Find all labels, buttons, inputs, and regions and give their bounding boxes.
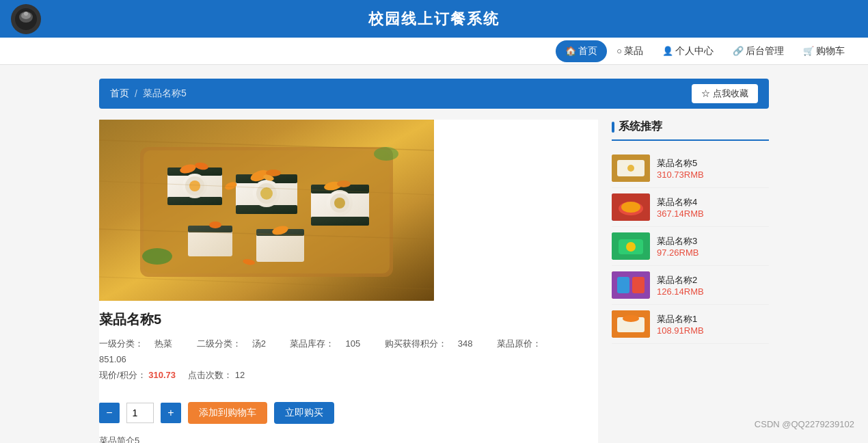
dishes-icon: ○ (616, 46, 622, 56)
nav-cart[interactable]: 🛒 购物车 (794, 38, 854, 65)
quantity-decrease-button[interactable]: − (99, 403, 120, 423)
svg-point-54 (621, 202, 640, 213)
rec-item[interactable]: 菜品名称4 367.14RMB (612, 188, 769, 227)
nav-dishes[interactable]: ○ 菜品 (607, 38, 653, 65)
rec-thumb (612, 193, 650, 221)
main-content: 首页 / 菜品名称5 ☆ 点我收藏 (92, 79, 776, 443)
admin-icon: 🔗 (733, 46, 744, 56)
rec-title-bar (612, 122, 614, 133)
rec-name: 菜品名称2 (657, 274, 704, 286)
product-detail: 菜品名称5 一级分类：热菜 二级分类：汤2 菜品库存：105 购买获得积分：34… (99, 120, 598, 443)
svg-point-64 (623, 315, 639, 322)
rec-info: 菜品名称4 367.14RMB (657, 196, 704, 219)
svg-point-42 (142, 248, 172, 265)
breadcrumb-current: 菜品名称5 (143, 88, 187, 100)
buy-now-button[interactable]: 立即购买 (274, 402, 334, 424)
rec-price: 367.14RMB (657, 209, 704, 219)
svg-point-57 (626, 242, 636, 252)
product-price-row: 现价/积分： 310.73 点击次数： 12 (99, 369, 598, 381)
product-description: 菜品简介5 (99, 435, 598, 443)
quantity-increase-button[interactable]: + (161, 403, 181, 423)
rec-price: 108.91RMB (657, 325, 704, 336)
rec-thumb (612, 271, 650, 299)
breadcrumb-separator: / (135, 88, 137, 99)
rec-price: 126.14RMB (657, 286, 704, 297)
rec-item[interactable]: 菜品名称1 108.91RMB (612, 305, 769, 344)
rec-name: 菜品名称5 (657, 157, 704, 170)
svg-point-30 (334, 198, 345, 209)
svg-point-13 (189, 180, 200, 191)
product-name: 菜品名称5 (99, 310, 598, 329)
nav-profile[interactable]: 👤 个人中心 (653, 38, 723, 65)
rec-name: 菜品名称1 (657, 313, 704, 325)
current-price: 310.73 (148, 370, 176, 380)
category1-label: 一级分类：热菜 (99, 338, 183, 349)
rec-info: 菜品名称3 97.26RMB (657, 235, 699, 258)
svg-point-21 (260, 187, 273, 200)
product-meta: 一级分类：热菜 二级分类：汤2 菜品库存：105 购买获得积分：348 菜品原价… (99, 336, 598, 368)
rec-list: 菜品名称5 310.73RMB 菜品名称4 367.14RMB 菜品名称3 (612, 149, 769, 344)
home-icon: 🏠 (565, 46, 576, 56)
header-logo (11, 4, 41, 34)
svg-point-37 (209, 222, 221, 228)
favorite-button[interactable]: ☆ 点我收藏 (692, 84, 758, 103)
recommendations: 系统推荐 菜品名称5 310.73RMB 菜品名称4 367.14RMB (612, 120, 769, 443)
svg-rect-59 (617, 277, 629, 293)
rec-thumb (612, 310, 650, 338)
header: 校园线上订餐系统 (0, 0, 868, 38)
svg-rect-27 (311, 217, 369, 226)
rec-price: 310.73RMB (657, 170, 704, 180)
rec-info: 菜品名称2 126.14RMB (657, 274, 704, 297)
breadcrumb-bar: 首页 / 菜品名称5 ☆ 点我收藏 (99, 79, 769, 109)
action-row: − + 添加到购物车 立即购买 (99, 402, 598, 424)
svg-point-32 (337, 180, 351, 187)
nav-admin[interactable]: 🔗 后台管理 (723, 38, 794, 65)
stock-label: 菜品库存：105 (290, 338, 371, 349)
svg-point-51 (627, 165, 634, 172)
product-image (99, 120, 434, 301)
category2-label: 二级分类：汤2 (197, 338, 277, 349)
cart-icon: 🛒 (803, 46, 814, 56)
rec-name: 菜品名称4 (657, 196, 704, 209)
breadcrumb-home[interactable]: 首页 (110, 88, 129, 100)
points-earn-label: 购买获得积分：348 (385, 338, 484, 349)
sushi-image (99, 120, 434, 301)
svg-rect-60 (632, 277, 645, 293)
rec-item[interactable]: 菜品名称5 310.73RMB (612, 149, 769, 188)
breadcrumb: 首页 / 菜品名称5 (110, 88, 187, 100)
product-info: 菜品名称5 一级分类：热菜 二级分类：汤2 菜品库存：105 购买获得积分：34… (99, 301, 598, 388)
rec-title: 系统推荐 (612, 120, 769, 141)
quantity-input[interactable] (126, 403, 154, 423)
rec-name: 菜品名称3 (657, 235, 699, 247)
rec-info: 菜品名称5 310.73RMB (657, 157, 704, 180)
rec-item[interactable]: 菜品名称3 97.26RMB (612, 227, 769, 266)
navbar: 🏠 首页 ○ 菜品 👤 个人中心 🔗 后台管理 🛒 购物车 (0, 38, 868, 65)
click-count: 12 (235, 370, 245, 380)
add-to-cart-button[interactable]: 添加到购物车 (188, 402, 267, 424)
product-area: 菜品名称5 一级分类：热菜 二级分类：汤2 菜品库存：105 购买获得积分：34… (99, 120, 769, 443)
rec-item[interactable]: 菜品名称2 126.14RMB (612, 266, 769, 305)
rec-info: 菜品名称1 108.91RMB (657, 313, 704, 336)
nav-home[interactable]: 🏠 首页 (556, 40, 607, 62)
svg-point-3 (24, 12, 28, 16)
rec-thumb (612, 155, 650, 182)
rec-price: 97.26RMB (657, 247, 699, 258)
profile-icon: 👤 (662, 46, 673, 56)
rec-thumb (612, 232, 650, 260)
page-title: 校园线上订餐系统 (368, 9, 500, 29)
